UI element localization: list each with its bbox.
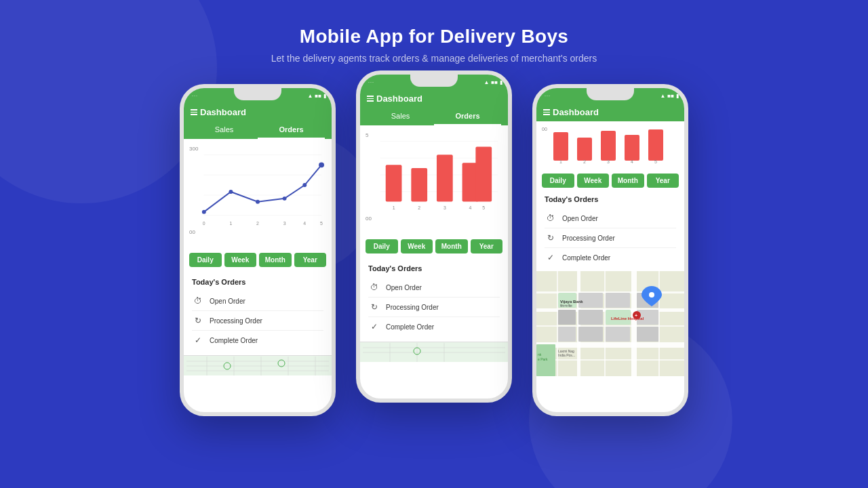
phone-2: ··· ▲ ■■ ▮ Dashboard Sales Orders 5 00 xyxy=(356,70,512,403)
order-label-open-3: Open Order xyxy=(562,215,598,222)
svg-rect-66 xyxy=(604,271,606,376)
svg-point-9 xyxy=(319,162,324,167)
svg-rect-73 xyxy=(578,310,603,325)
order-item-processing-1: ↻ Processing Order xyxy=(192,311,323,331)
hamburger-icon-3 xyxy=(543,109,550,115)
svg-point-6 xyxy=(256,200,260,204)
svg-text:4: 4 xyxy=(469,205,472,210)
y-label-3: 00 xyxy=(542,127,547,131)
phone-1-header: Dashboard Sales Orders xyxy=(184,103,332,139)
svg-text:India Pos...: India Pos... xyxy=(558,353,575,357)
statusbar-icons: ▲ ■■ ▮ xyxy=(307,93,326,99)
tab-orders-2[interactable]: Orders xyxy=(434,108,501,125)
order-item-open-1: ⏱ Open Order xyxy=(192,291,323,311)
filter-month-3[interactable]: Month xyxy=(612,174,644,188)
svg-point-5 xyxy=(229,190,233,194)
phone-3-notch xyxy=(587,88,634,100)
order-item-open-3: ⏱ Open Order xyxy=(545,209,676,228)
phone-2-notch xyxy=(410,75,458,87)
order-label-processing-3: Processing Order xyxy=(562,235,615,242)
wifi-icon: ▲ xyxy=(307,93,313,99)
page-header: Mobile App for Delivery Boys Let the del… xyxy=(0,0,868,77)
phone-1-tabs: Sales Orders xyxy=(191,121,325,139)
svg-point-86 xyxy=(649,292,654,298)
y-label-top-1: 300 xyxy=(189,146,198,152)
filter-daily-3[interactable]: Daily xyxy=(542,174,574,188)
phone-3-map: Vijaya Bank विजया बैंक LifeLine Hospital… xyxy=(536,271,684,376)
statusbar-dots-3: ··· xyxy=(545,94,551,98)
orders-title-2: Today's Orders xyxy=(368,264,500,272)
filter-year-3[interactable]: Year xyxy=(647,174,679,188)
filter-month-2[interactable]: Month xyxy=(435,239,468,253)
svg-text:3: 3 xyxy=(443,205,446,210)
phone-1: ··· ▲ ■■ ▮ Dashboard Sales Orders 300 xyxy=(180,84,336,416)
order-label-complete-1: Complete Order xyxy=(210,337,258,344)
filter-week-1[interactable]: Week xyxy=(224,253,257,267)
clock-icon-3: ⏱ xyxy=(545,212,557,224)
map-mini-1 xyxy=(186,357,329,375)
svg-rect-32 xyxy=(411,168,427,202)
svg-rect-68 xyxy=(658,271,660,376)
signal-icon-2: ■■ xyxy=(491,79,498,85)
order-item-complete-1: ✓ Complete Order xyxy=(192,331,323,350)
check-icon-1: ✓ xyxy=(192,334,204,346)
svg-text:nk: nk xyxy=(538,352,542,357)
order-label-complete-2: Complete Order xyxy=(386,323,434,331)
signal-icon: ■■ xyxy=(315,93,321,99)
svg-rect-64 xyxy=(557,271,558,376)
svg-text:2: 2 xyxy=(256,221,259,226)
map-mini-2 xyxy=(363,343,505,362)
page-subtitle: Let the delivery agents track orders & m… xyxy=(0,53,868,64)
orders-title-3: Today's Orders xyxy=(545,195,676,203)
clock-icon-1: ⏱ xyxy=(192,295,204,307)
order-label-processing-1: Processing Order xyxy=(210,317,262,325)
bar-chart-svg: 1 2 3 4 5 xyxy=(367,131,501,219)
tab-sales-2[interactable]: Sales xyxy=(367,108,434,125)
phones-container: ··· ▲ ■■ ▮ Dashboard Sales Orders 300 xyxy=(0,77,868,416)
phone-1-filters: Daily Week Month Year xyxy=(184,247,332,272)
svg-text:1: 1 xyxy=(229,221,232,226)
order-label-complete-3: Complete Order xyxy=(562,254,610,262)
phone-2-chart: 5 00 1 2 3 4 5 xyxy=(360,125,508,234)
order-label-open-2: Open Order xyxy=(386,284,422,291)
svg-rect-63 xyxy=(536,359,684,361)
check-icon-3: ✓ xyxy=(545,251,557,264)
phone-1-map-preview xyxy=(184,355,332,375)
mini-bar-chart-svg: 1 2 3 4 5 xyxy=(543,125,675,166)
phone-2-title: Dashboard xyxy=(367,94,501,108)
svg-text:3: 3 xyxy=(283,221,286,226)
filter-daily-2[interactable]: Daily xyxy=(366,239,398,253)
order-item-processing-2: ↻ Processing Order xyxy=(368,298,500,317)
svg-text:+: + xyxy=(635,313,637,318)
svg-rect-80 xyxy=(637,327,658,342)
y-label-top-2: 5 xyxy=(366,132,368,138)
svg-rect-67 xyxy=(631,271,637,376)
phone-3-chart: 00 1 2 3 4 5 xyxy=(536,121,684,170)
svg-text:2: 2 xyxy=(418,205,420,210)
filter-year-1[interactable]: Year xyxy=(294,253,327,267)
svg-text:0: 0 xyxy=(203,221,205,226)
svg-rect-52 xyxy=(648,129,663,161)
svg-text:5: 5 xyxy=(654,159,657,164)
svg-rect-74 xyxy=(606,293,630,308)
svg-text:5: 5 xyxy=(482,205,485,210)
map-svg: Vijaya Bank विजया बैंक LifeLine Hospital… xyxy=(536,271,684,376)
filter-month-1[interactable]: Month xyxy=(259,253,292,267)
tab-orders-1[interactable]: Orders xyxy=(258,121,325,139)
filter-week-3[interactable]: Week xyxy=(577,174,610,188)
hamburger-icon xyxy=(191,109,197,115)
phone-2-orders: Today's Orders ⏱ Open Order ↻ Processing… xyxy=(360,259,508,342)
order-item-processing-3: ↻ Processing Order xyxy=(545,228,676,248)
svg-rect-61 xyxy=(536,325,684,327)
battery-icon-3: ▮ xyxy=(676,93,679,99)
order-item-open-2: ⏱ Open Order xyxy=(368,278,500,298)
filter-daily-1[interactable]: Daily xyxy=(189,253,222,267)
phone-3-filters: Daily Week Month Year xyxy=(536,170,684,191)
tab-sales-1[interactable]: Sales xyxy=(191,121,258,139)
svg-text:विजया बैंक: विजया बैंक xyxy=(559,304,572,308)
phone-1-orders: Today's Orders ⏱ Open Order ↻ Processing… xyxy=(184,272,332,355)
filter-week-2[interactable]: Week xyxy=(401,239,433,253)
svg-rect-62 xyxy=(536,342,684,348)
refresh-icon-2: ↻ xyxy=(368,301,380,313)
filter-year-2[interactable]: Year xyxy=(471,239,503,253)
